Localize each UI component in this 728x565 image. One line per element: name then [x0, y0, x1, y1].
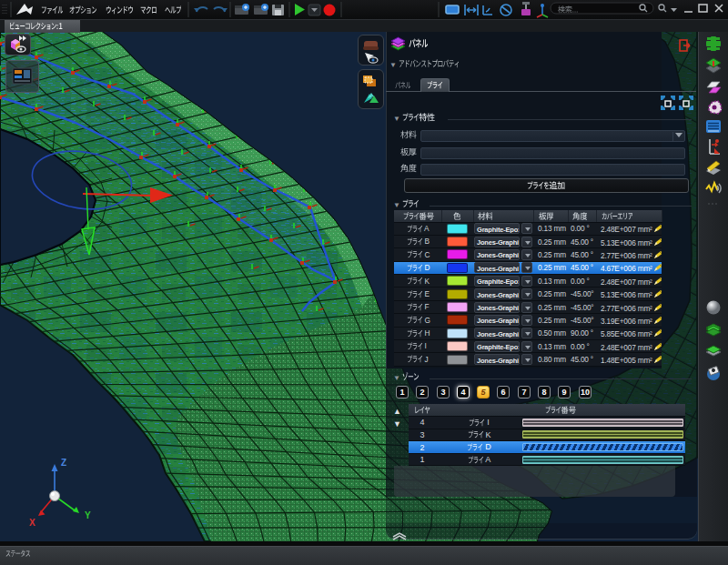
svg-text:X: X — [29, 518, 35, 528]
svg-text:Y: Y — [85, 510, 91, 520]
svg-text:Z: Z — [61, 458, 66, 468]
